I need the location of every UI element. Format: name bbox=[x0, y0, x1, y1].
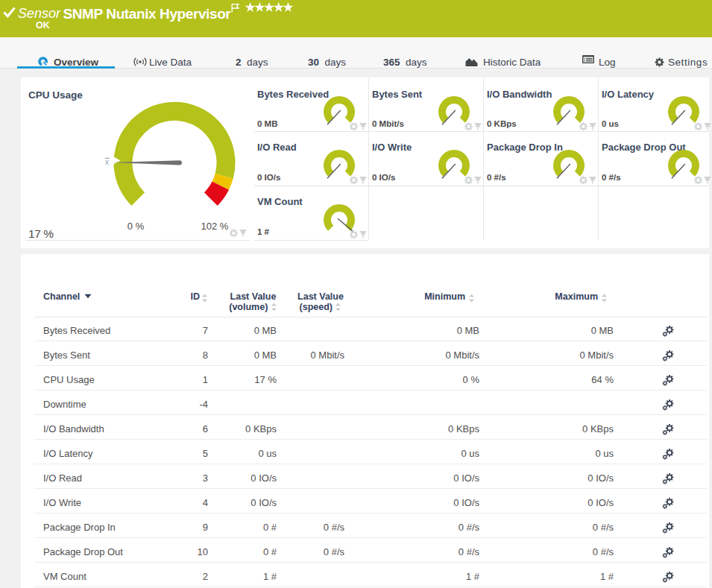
svg-text:x: x bbox=[105, 157, 110, 166]
